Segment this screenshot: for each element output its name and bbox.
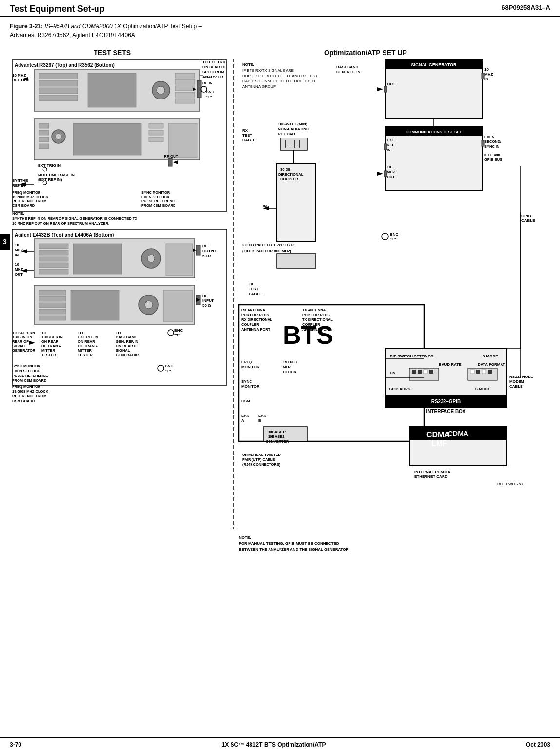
svg-text:CONVERTER: CONVERTER <box>266 439 289 444</box>
data-format-label: DATA FORMAT <box>478 362 505 367</box>
svg-rect-78 <box>39 316 66 320</box>
svg-text:MITTER: MITTER <box>78 348 92 353</box>
rs232-gpib-title: RS232–GPIB <box>431 399 461 404</box>
svg-rect-34 <box>149 137 163 142</box>
svg-point-60 <box>147 255 155 262</box>
svg-text:FROM CSM BOARD: FROM CSM BOARD <box>12 378 47 383</box>
freq-monitor2: FREQ MONITOR <box>12 384 41 389</box>
svg-rect-13 <box>175 99 195 103</box>
svg-text:REFERENCE FROM: REFERENCE FROM <box>12 394 46 398</box>
bnc-t3 <box>158 365 164 371</box>
synthe-ref: SYNTHE <box>12 178 28 183</box>
svg-rect-11 <box>175 86 195 91</box>
footer-page-number: 3-70 <box>10 741 21 748</box>
figure-number: Figure 3-21: <box>10 23 43 30</box>
mhz-out-label: 10 <box>15 262 19 267</box>
svg-text:50 Ω: 50 Ω <box>202 303 211 308</box>
svg-rect-187 <box>476 370 480 374</box>
to-ext-ref: TO <box>78 331 83 335</box>
main-content: Figure 3-21: IS–95A/B and CDMA2000 1X Op… <box>0 17 560 636</box>
svg-rect-31 <box>73 123 141 155</box>
rx-cable-label: RX <box>242 128 248 133</box>
svg-rect-2 <box>39 73 78 79</box>
svg-text:MITTER: MITTER <box>41 348 55 353</box>
svg-rect-57 <box>39 269 68 274</box>
svg-text:GEN. REF. IN: GEN. REF. IN <box>116 339 138 344</box>
svg-rect-189 <box>488 370 492 374</box>
svg-text:MHZ: MHZ <box>387 170 395 174</box>
svg-rect-53 <box>39 244 68 249</box>
to-baseband: TO <box>116 331 121 335</box>
svg-text:ON REAR: ON REAR <box>41 339 58 344</box>
svg-text:BNC: BNC <box>206 90 214 94</box>
tx-antenna-label: TX ANTENNA <box>302 308 326 312</box>
svg-text:IN: IN <box>387 148 391 152</box>
figure-caption-italic: IS–95A/B and CDMA2000 1X <box>44 23 121 30</box>
mhz-in-label: 10 <box>15 243 19 247</box>
svg-rect-32 <box>149 123 163 128</box>
svg-text:"T": "T" <box>165 369 171 373</box>
svg-text:CSM BOARD: CSM BOARD <box>12 399 35 403</box>
pad-label: 2O DB PAD FOR 1.7/1.9 GHZ <box>242 243 295 247</box>
svg-rect-184 <box>429 370 433 374</box>
svg-rect-27 <box>39 137 49 142</box>
svg-text:TRIG IN ON: TRIG IN ON <box>12 335 32 339</box>
sync-monitor2: SYNC MONITOR <box>12 364 41 368</box>
cdma-lmf-label: CDMA <box>448 430 468 437</box>
svg-text:FOR MANUAL TESTING, GPIB MUST : FOR MANUAL TESTING, GPIB MUST BE CONNECT… <box>239 541 339 546</box>
rf-input-label: RF <box>202 294 208 298</box>
svg-text:CABLE: CABLE <box>242 138 256 142</box>
svg-text:TESTER: TESTER <box>78 353 93 357</box>
ieee488-label: IEEE 488 <box>484 153 500 157</box>
coupler-label: 30 DB <box>280 167 291 172</box>
svg-text:ETHERNET CARD: ETHERNET CARD <box>414 474 448 479</box>
rs232-null-label: RS232 NULL <box>509 375 533 379</box>
bnc-t-right <box>382 233 388 240</box>
svg-text:ANALYZER: ANALYZER <box>202 75 223 79</box>
svg-rect-10 <box>175 79 195 84</box>
svg-rect-33 <box>149 130 163 135</box>
svg-text:10BASE2: 10BASE2 <box>268 435 284 439</box>
svg-rect-12 <box>175 92 195 97</box>
svg-text:MHZ: MHZ <box>484 72 493 77</box>
svg-text:BNC: BNC <box>390 232 399 237</box>
svg-text:ON REAR: ON REAR <box>78 339 95 344</box>
lan-b: LAN <box>258 414 267 418</box>
svg-text:SIGNAL: SIGNAL <box>116 348 130 353</box>
svg-text:MHZ: MHZ <box>15 267 23 272</box>
doc-number: 68P09258A31–A <box>502 4 550 11</box>
svg-text:CSM BOARD: CSM BOARD <box>12 203 35 208</box>
ext-trig-in: EXT TRIG IN <box>38 163 61 168</box>
svg-text:MODEM: MODEM <box>509 379 524 384</box>
svg-rect-136 <box>384 144 387 150</box>
svg-text:SIGNAL: SIGNAL <box>12 344 26 348</box>
s-mode-label: S MODE <box>483 354 498 358</box>
svg-point-81 <box>145 301 153 309</box>
footer-date: Oct 2003 <box>526 741 550 748</box>
dip-switch-label: DIP SWITCH SETTINGS <box>390 354 434 358</box>
page-header: Test Equipment Set-up 68P09258A31–A <box>0 0 560 17</box>
converter-label: 10BASET/ <box>268 430 286 434</box>
svg-rect-56 <box>39 263 68 268</box>
svg-rect-25 <box>39 123 49 128</box>
right-section-header: Optimization/ATP SET UP <box>324 49 407 57</box>
ref-number: REF FW00758 <box>497 482 523 486</box>
svg-text:RX DIRECTIONAL: RX DIRECTIONAL <box>241 317 272 322</box>
agilent-title: Agilent E4432B (Top) and E4406A (Bottom) <box>15 232 114 237</box>
svg-rect-28 <box>39 144 49 149</box>
baseband-label: BASEBAND <box>336 65 359 69</box>
main-diagram: TEST SETS Optimization/ATP SET UP Advant… <box>10 46 550 632</box>
svg-rect-145 <box>280 138 307 150</box>
on-label: ON <box>390 371 395 375</box>
svg-text:CABLES CONNECT TO THE DUPLEXED: CABLES CONNECT TO THE DUPLEXED <box>242 79 315 83</box>
svg-text:"T": "T" <box>390 237 396 241</box>
svg-text:TRIGGER IN: TRIGGER IN <box>41 335 63 339</box>
svg-text:TX DIRECTIONAL: TX DIRECTIONAL <box>302 317 333 322</box>
svg-text:BNC: BNC <box>174 328 183 333</box>
svg-text:OUT: OUT <box>15 272 23 277</box>
svg-text:REAR OF: REAR OF <box>12 339 29 344</box>
svg-rect-127 <box>384 86 387 92</box>
svg-text:PORT OR RFDS: PORT OR RFDS <box>241 313 269 317</box>
svg-text:TEST: TEST <box>249 287 259 291</box>
svg-text:OF TRANS-: OF TRANS- <box>78 344 98 348</box>
